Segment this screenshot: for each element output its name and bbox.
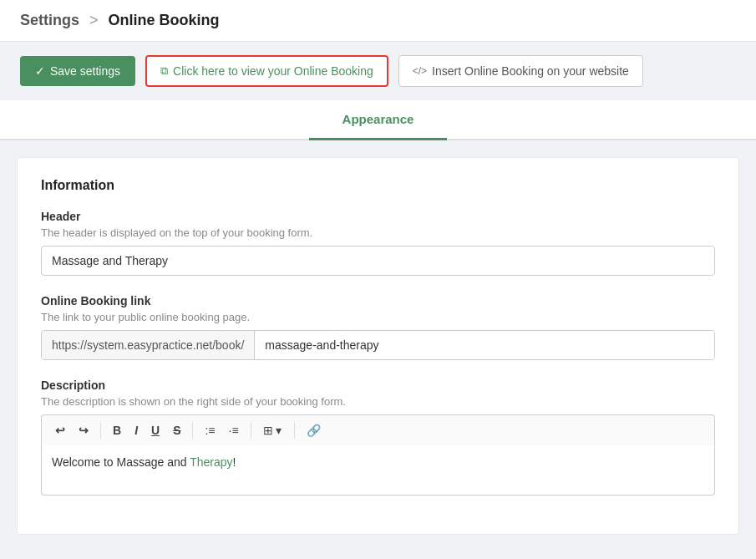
- breadcrumb-current: Online Booking: [109, 12, 220, 29]
- check-icon: ✓: [35, 64, 45, 78]
- url-prefix: https://system.easypractice.net/book/: [42, 331, 255, 359]
- editor-divider-4: [294, 422, 295, 439]
- link-button[interactable]: 🔗: [302, 420, 326, 440]
- redo-button[interactable]: ↪: [74, 420, 94, 440]
- italic-button[interactable]: I: [129, 420, 143, 440]
- insert-booking-button[interactable]: </> Insert Online Booking on your websit…: [398, 55, 643, 87]
- editor-toolbar: ↩ ↪ B I U S :≡ ·≡ ⊞ ▾ 🔗: [41, 414, 715, 445]
- breadcrumb-settings: Settings: [20, 12, 79, 29]
- tabs-row: Appearance: [0, 100, 756, 140]
- code-icon: </>: [413, 65, 427, 77]
- booking-link-label: Online Booking link: [41, 294, 715, 307]
- bold-button[interactable]: B: [108, 420, 126, 440]
- url-input-row: https://system.easypractice.net/book/: [41, 330, 715, 360]
- booking-link-field-group: Online Booking link The link to your pub…: [41, 294, 715, 360]
- editor-divider-3: [251, 422, 251, 439]
- url-suffix-input[interactable]: [255, 331, 714, 359]
- editor-text-plain: Welcome to Massage and: [52, 455, 190, 469]
- table-button[interactable]: ⊞ ▾: [258, 420, 287, 440]
- description-hint: The description is shown on the right si…: [41, 395, 715, 408]
- save-settings-button[interactable]: ✓ Save settings: [20, 56, 135, 86]
- header-hint: The header is displayed on the top of yo…: [41, 226, 715, 239]
- header-field-group: Header The header is displayed on the to…: [41, 210, 715, 276]
- strikethrough-button[interactable]: S: [168, 420, 185, 440]
- description-field-group: Description The description is shown on …: [41, 379, 715, 495]
- editor-content[interactable]: Welcome to Massage and Therapy!: [41, 445, 715, 495]
- view-booking-button[interactable]: ⧉ Click here to view your Online Booking: [145, 55, 388, 87]
- header-input[interactable]: [41, 246, 715, 276]
- editor-text-link: Therapy: [190, 455, 232, 469]
- main-content: Appearance Information Header The header…: [0, 100, 756, 535]
- content-panel: Information Header The header is display…: [17, 157, 739, 535]
- editor-text-suffix: !: [233, 455, 236, 469]
- ordered-list-button[interactable]: :≡: [200, 420, 220, 440]
- header-label: Header: [41, 210, 715, 223]
- breadcrumb-arrow: >: [89, 12, 99, 29]
- unordered-list-button[interactable]: ·≡: [224, 420, 244, 440]
- booking-link-hint: The link to your public online booking p…: [41, 311, 715, 323]
- editor-divider-1: [100, 422, 101, 439]
- undo-button[interactable]: ↩: [50, 420, 70, 440]
- tab-appearance[interactable]: Appearance: [309, 100, 448, 140]
- description-label: Description: [41, 379, 715, 392]
- top-bar: Settings > Online Booking: [0, 0, 756, 42]
- section-title: Information: [41, 178, 715, 193]
- editor-divider-2: [192, 422, 193, 439]
- toolbar: ✓ Save settings ⧉ Click here to view you…: [0, 42, 756, 100]
- underline-button[interactable]: U: [146, 420, 165, 440]
- external-link-icon: ⧉: [160, 64, 168, 78]
